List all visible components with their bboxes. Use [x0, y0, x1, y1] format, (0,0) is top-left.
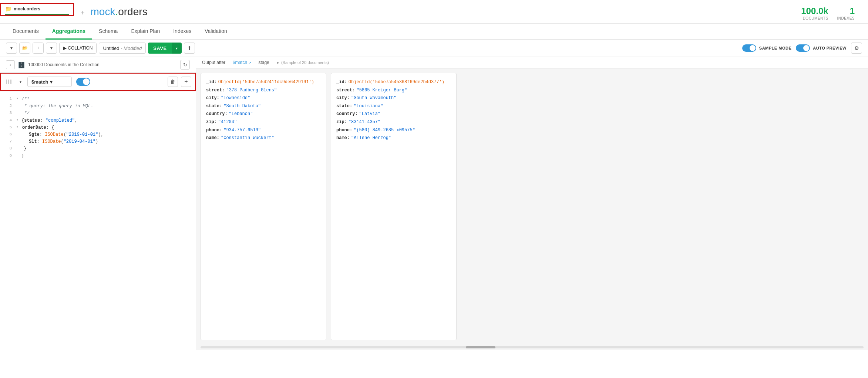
save-dropdown-button[interactable]: ▾ — [172, 43, 182, 54]
settings-button[interactable]: ⚙ — [851, 43, 862, 54]
collection-stats: 100.0k DOCUMENTS 1 INDEXES — [794, 3, 862, 23]
nav-tabs: Documents Aggregations Schema Explain Pl… — [0, 24, 868, 40]
field-country-1: country: "Lebanon" — [206, 110, 321, 118]
sample-mode-toggle-group: SAMPLE MODE — [742, 44, 791, 52]
export-button[interactable]: ⬆ — [184, 43, 195, 54]
tab-schema[interactable]: Schema — [92, 24, 124, 40]
dropdown-button[interactable]: ▾ — [6, 43, 17, 54]
code-line-1: 1 ▾ /** — [4, 96, 191, 103]
field-id-1: _id: ObjectId('5dbe7a542411dc9de6429191'… — [206, 78, 321, 87]
pipeline-area: › 🗄️ 100000 Documents in the Collection … — [0, 57, 868, 350]
output-prefix: Output after — [202, 60, 225, 65]
save-button-group: SAVE ▾ — [148, 43, 181, 54]
field-zip-1: zip: "41204" — [206, 118, 321, 126]
drag-dot — [8, 80, 9, 84]
stage-code-editor[interactable]: 1 ▾ /** 2 * query: The query in MQL. 3 *… — [0, 91, 196, 350]
field-street-2: street: "5865 Kreiger Burg" — [336, 87, 451, 95]
collection-tab[interactable]: 📁 mock.orders — [0, 3, 74, 16]
code-line-3: 3 */ — [4, 110, 191, 117]
collection-doc-count: 100000 Documents in the Collection — [28, 62, 100, 67]
database-icon: 🗄️ — [18, 61, 25, 68]
tab-active-indicator — [5, 14, 69, 15]
pipeline-name-display: Untitled - Modified — [99, 43, 146, 54]
stage-name: $match — [31, 79, 48, 85]
refresh-button[interactable]: ↻ — [180, 60, 190, 70]
field-city-1: city: "Towneside" — [206, 94, 321, 102]
field-name-2: name: "Allene Herzog" — [336, 134, 451, 142]
output-info: ● (Sample of 20 documents) — [276, 60, 329, 65]
collection-tab-header: 📁 mock.orders — [5, 6, 69, 12]
scroll-thumb[interactable] — [466, 346, 495, 348]
code-line-9: 9 } — [4, 153, 191, 160]
pipeline-name-text: Untitled — [103, 45, 119, 51]
right-panel: Output after $match ↗ stage ● (Sample of… — [196, 57, 868, 350]
stage-row: ▾ $match ▾ 🗑 + — [1, 74, 195, 90]
code-line-5: 5 ▾ orderDate : { — [4, 124, 191, 131]
collection-full-title: mock.orders — [85, 3, 794, 21]
toolbar-right: SAMPLE MODE AUTO PREVIEW ⚙ — [742, 43, 862, 54]
top-bar: 📁 mock.orders + mock.orders 100.0k DOCUM… — [0, 0, 868, 24]
code-line-6: 6 $gte : ISODate ( "2019-01-01" ), — [4, 131, 191, 138]
stage-select-arrow: ▾ — [50, 79, 53, 85]
sample-mode-toggle[interactable] — [742, 44, 756, 52]
stage-selector[interactable]: $match ▾ — [27, 77, 72, 87]
horizontal-scrollbar[interactable] — [201, 346, 864, 348]
auto-preview-label: AUTO PREVIEW — [813, 46, 847, 50]
collection-part: orders — [118, 6, 147, 17]
left-panel: › 🗄️ 100000 Documents in the Collection … — [0, 57, 196, 350]
code-line-2: 2 * query: The query in MQL. — [4, 103, 191, 110]
folder-icon: 📁 — [5, 6, 11, 12]
stage-delete-button[interactable]: 🗑 — [168, 77, 178, 87]
pipeline-modified-text: - Modified — [120, 45, 142, 51]
indexes-label: INDEXES — [837, 16, 855, 20]
stage-collapse-button[interactable]: ▾ — [16, 78, 24, 86]
field-country-2: country: "Latvia" — [336, 110, 451, 118]
stage-link-text: $match — [233, 60, 247, 65]
drag-handle[interactable] — [4, 78, 13, 85]
db-part: mock — [91, 6, 115, 17]
code-line-7: 7 $lt : ISODate ( "2019-04-01" ) — [4, 138, 191, 145]
field-state-1: state: "South Dakota" — [206, 102, 321, 111]
field-id-2: _id: ObjectId('5dbe7a545368f69de2b4d377'… — [336, 78, 451, 87]
document-card-1: _id: ObjectId('5dbe7a542411dc9de6429191'… — [201, 73, 326, 340]
tab-aggregations[interactable]: Aggregations — [46, 24, 92, 40]
info-icon: ● — [276, 60, 279, 65]
add-stage-button[interactable]: + — [33, 43, 44, 54]
stage-enable-toggle[interactable] — [76, 78, 90, 86]
collation-button[interactable]: ▶ COLLATION — [59, 43, 97, 54]
tab-validation[interactable]: Validation — [198, 24, 233, 40]
field-state-2: state: "Louisiana" — [336, 102, 451, 111]
documents-count: 100.0k — [801, 6, 828, 16]
more-options-button[interactable]: ▾ — [46, 43, 57, 54]
documents-stat: 100.0k DOCUMENTS — [801, 6, 828, 20]
tab-documents[interactable]: Documents — [6, 24, 46, 40]
collapse-button[interactable]: › — [6, 60, 15, 69]
collection-info-bar: › 🗄️ 100000 Documents in the Collection … — [0, 57, 196, 73]
code-line-8: 8 } — [4, 145, 191, 152]
document-card-2: _id: ObjectId('5dbe7a545368f69de2b4d377'… — [331, 73, 457, 340]
external-link-icon: ↗ — [248, 61, 251, 65]
stage-link[interactable]: $match ↗ — [233, 60, 251, 65]
auto-preview-toggle[interactable] — [796, 44, 810, 52]
tab-indexes[interactable]: Indexes — [166, 24, 198, 40]
field-phone-2: phone: "(580) 849-2685 x09575" — [336, 126, 451, 135]
field-zip-2: zip: "83141-4357" — [336, 118, 451, 126]
drag-dot — [6, 80, 7, 84]
aggregation-toolbar: ▾ 📂 + ▾ ▶ COLLATION Untitled - Modified … — [0, 40, 868, 57]
collection-tab-title: mock.orders — [14, 6, 40, 11]
folder-open-button[interactable]: 📂 — [19, 43, 30, 54]
field-city-2: city: "South Wavamouth" — [336, 94, 451, 102]
code-line-4: 4 ▾ { status : "completed" , — [4, 117, 191, 124]
output-header: Output after $match ↗ stage ● (Sample of… — [196, 57, 868, 68]
add-tab-button[interactable]: + — [81, 9, 85, 17]
indexes-stat: 1 INDEXES — [837, 6, 855, 20]
sample-mode-label: SAMPLE MODE — [759, 46, 791, 50]
save-button[interactable]: SAVE — [148, 43, 172, 54]
output-documents: _id: ObjectId('5dbe7a542411dc9de6429191'… — [196, 68, 868, 345]
drag-dot — [10, 80, 11, 84]
documents-label: DOCUMENTS — [801, 16, 828, 20]
field-name-1: name: "Constantin Wuckert" — [206, 134, 321, 142]
stage-add-button[interactable]: + — [181, 77, 191, 87]
tab-explain-plan[interactable]: Explain Plan — [124, 24, 166, 40]
auto-preview-toggle-group: AUTO PREVIEW — [796, 44, 847, 52]
